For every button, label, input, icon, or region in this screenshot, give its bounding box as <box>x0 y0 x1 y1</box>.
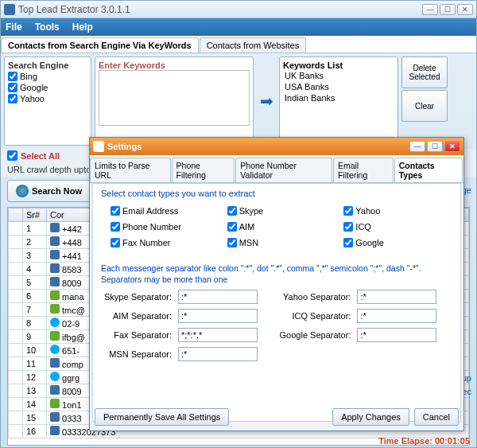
keywords-entry-panel: Enter Keywords <box>95 56 254 146</box>
fax-sep-label: Fax Separator: <box>104 330 172 340</box>
separator-note: Each messenger separator like colon ":*"… <box>101 263 452 285</box>
tab-contacts-types[interactable]: Contacts Types <box>394 158 463 182</box>
tab-phone-filtering[interactable]: Phone Filtering <box>172 158 235 182</box>
phone-icon <box>50 358 60 368</box>
phone-icon <box>50 385 60 395</box>
dialog-maximize-button[interactable]: ☐ <box>427 141 443 152</box>
type-aim[interactable]: AIM <box>227 222 336 232</box>
icq-sep-label: ICQ Separator: <box>280 311 351 321</box>
cancel-button[interactable]: Cancel <box>414 408 459 426</box>
msn-sep-label: MSN Separator: <box>104 349 172 359</box>
keywords-list-panel: Keywords List UK Banks USA Banks Indian … <box>279 56 398 146</box>
select-all-checkbox[interactable] <box>7 150 17 161</box>
phone-icon <box>50 412 60 422</box>
menu-file[interactable]: File <box>6 21 22 33</box>
dialog-title: Settings <box>107 142 409 151</box>
skype-icon <box>50 345 60 354</box>
enter-keywords-header: Enter Keywords <box>99 60 250 70</box>
phone-icon <box>50 277 60 286</box>
skype-icon <box>50 317 60 327</box>
type-email[interactable]: Email Address <box>111 206 219 216</box>
instruction-text: Select contact types you want to extract <box>101 189 452 198</box>
yahoo-sep-input[interactable] <box>357 290 436 304</box>
skype-sep-label: Skype Separator: <box>104 292 172 302</box>
dialog-minimize-button[interactable]: — <box>409 141 425 152</box>
titlebar: Top Lead Extractor 3.0.1.1 — ☐ ✕ <box>1 1 476 18</box>
mail-icon <box>50 331 60 341</box>
search-engine-header: Search Engine <box>8 60 87 70</box>
keyword-item[interactable]: USA Banks <box>283 81 394 92</box>
type-phone[interactable]: Phone Number <box>111 222 219 232</box>
menubar: File Tools Help <box>1 18 476 36</box>
skype-sep-input[interactable] <box>178 290 258 304</box>
col-blank <box>9 208 23 222</box>
keyword-item[interactable]: Indian Banks <box>283 92 394 103</box>
engine-google[interactable]: Google <box>8 83 87 92</box>
clear-button[interactable]: Clear <box>401 90 448 122</box>
type-icq[interactable]: ICQ <box>343 222 452 232</box>
fax-sep-input[interactable] <box>178 328 258 342</box>
google-sep-label: Google Separator: <box>280 330 351 340</box>
google-sep-input[interactable] <box>357 328 436 342</box>
phone-icon <box>50 426 60 435</box>
engine-yahoo[interactable]: Yahoo <box>8 94 87 103</box>
keywords-textarea[interactable] <box>99 70 250 126</box>
tab-phone-validator[interactable]: Phone Number Validator <box>235 158 332 182</box>
type-google[interactable]: Google <box>343 238 452 247</box>
yahoo-sep-label: Yahoo Separator: <box>280 292 351 302</box>
status-elapse: Time Elapse: 00:01:05 <box>378 436 470 446</box>
tab-limits[interactable]: Limits to Parse URL <box>90 158 171 182</box>
keywords-list-header: Keywords List <box>283 60 394 70</box>
mail-icon <box>50 399 60 408</box>
skype-icon <box>50 372 60 381</box>
mail-icon <box>50 304 60 314</box>
dialog-close-button[interactable]: ✕ <box>444 141 460 152</box>
dialog-tabstrip: Limits to Parse URL Phone Filtering Phon… <box>90 155 463 183</box>
aim-sep-label: AIM Separator: <box>104 311 172 321</box>
phone-icon <box>50 223 60 232</box>
keyword-item[interactable]: UK Banks <box>283 70 394 81</box>
apply-button[interactable]: Apply Changes <box>332 408 409 426</box>
settings-icon <box>93 141 104 152</box>
dialog-titlebar: Settings — ☐ ✕ <box>90 138 463 155</box>
type-fax[interactable]: Fax Number <box>111 238 219 247</box>
select-all-label: Select All <box>21 151 60 161</box>
menu-tools[interactable]: Tools <box>35 21 60 33</box>
search-now-button[interactable]: Search Now <box>7 180 91 202</box>
app-icon <box>4 4 15 15</box>
search-engine-panel: Search Engine Bing Google Yahoo <box>4 56 91 146</box>
mail-icon <box>50 290 60 300</box>
menu-help[interactable]: Help <box>72 21 93 33</box>
settings-dialog: Settings — ☐ ✕ Limits to Parse URL Phone… <box>89 137 464 431</box>
delete-selected-button[interactable]: Delete Selected <box>401 56 448 88</box>
msn-sep-input[interactable] <box>178 347 258 361</box>
close-button[interactable]: ✕ <box>457 4 473 15</box>
type-yahoo[interactable]: Yahoo <box>343 206 452 216</box>
globe-icon <box>16 185 29 197</box>
phone-icon <box>50 250 60 259</box>
minimize-button[interactable]: — <box>422 4 438 15</box>
maximize-button[interactable]: ☐ <box>440 4 456 15</box>
arrow-right-icon[interactable]: ➡ <box>257 56 276 146</box>
icq-sep-input[interactable] <box>357 309 436 323</box>
phone-icon <box>50 236 60 246</box>
main-tabstrip: Contacts from Search Engine Via KeyWords… <box>1 36 476 53</box>
aim-sep-input[interactable] <box>178 309 258 323</box>
phone-icon <box>50 263 60 273</box>
engine-bing[interactable]: Bing <box>8 72 87 81</box>
tab-search-engine[interactable]: Contacts from Search Engine Via KeyWords <box>1 37 199 53</box>
col-sr[interactable]: Sr# <box>23 208 47 222</box>
type-skype[interactable]: Skype <box>227 206 336 216</box>
dialog-body: Select contact types you want to extract… <box>92 183 461 422</box>
type-msn[interactable]: MSN <box>227 238 336 247</box>
app-title: Top Lead Extractor 3.0.1.1 <box>18 4 422 15</box>
save-all-button[interactable]: Permanently Save All Settings <box>95 408 229 426</box>
tab-websites[interactable]: Contacts from Websites <box>200 37 307 53</box>
tab-email-filtering[interactable]: Email Filtering <box>333 158 394 182</box>
